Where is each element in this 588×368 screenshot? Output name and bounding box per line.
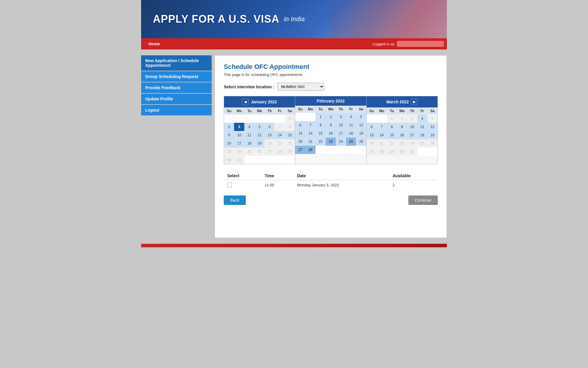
day-th: Th [336,106,346,113]
cal-cell-feb-9[interactable]: 9 [326,121,336,129]
cal-cell-mar-6[interactable]: 6 [367,123,377,131]
cal-cell [326,146,336,154]
cal-cell-feb-22[interactable]: 22 [315,137,325,146]
table-row: 11:00 Monday January 3, 2022 2 [224,180,438,190]
cal-cell-feb-19[interactable]: 19 [356,129,366,137]
cal-cell-jan-19[interactable]: 19 [254,139,264,147]
cal-cell-mar-9[interactable]: 9 [397,123,407,131]
select-checkbox[interactable] [227,183,232,187]
cal-cell-feb-26[interactable]: 26 [356,137,366,146]
cal-cell-jan-5[interactable]: 5 [254,123,264,131]
cal-cell-feb-21[interactable]: 21 [305,137,315,146]
cal-cell: 25 [417,139,427,147]
cal-cell-mar-14[interactable]: 14 [377,131,387,139]
cal-cell-jan-17[interactable]: 17 [234,139,244,147]
day-mo: Mo [377,107,387,115]
day-th: Th [265,107,275,115]
cal-header-february: February 2022 [295,96,366,106]
cal-cell-feb-16[interactable]: 16 [326,129,336,137]
cal-cell: 22 [285,139,295,147]
cal-cell-feb-17[interactable]: 17 [336,129,346,137]
sidebar-item-logout[interactable]: Logout [141,105,212,115]
home-nav-item[interactable]: Home [144,42,164,46]
cal-cell-feb-14[interactable]: 14 [305,129,315,137]
cal-cell [234,115,244,123]
calendars-row: ◀ January 2022 Su Mo Tu We Th Fr Sa [224,96,437,164]
col-date: Date [293,172,389,180]
location-select[interactable]: MUMBAI VAC DELHI VAC CHENNAI VAC HYDERAB… [277,83,324,91]
cal-cell-jan-14[interactable]: 14 [275,131,285,139]
cal-cell-feb-8[interactable]: 8 [315,121,325,129]
cal-grid-feb: 1 2 3 4 5 6 7 8 9 10 11 12 [295,113,366,154]
cal-cell-jan-4[interactable]: 4 [244,123,254,131]
cal-cell-mar-12[interactable]: 12 [427,123,437,131]
cal-cell-mar-19[interactable]: 19 [427,131,437,139]
cal-cell [275,156,285,164]
cal-cell-feb-24[interactable]: 24 [336,137,346,146]
sidebar-item-group-scheduling[interactable]: Group Scheduling Request [141,71,212,82]
cal-cell-jan-2[interactable]: 2 [224,123,234,131]
cal-days-mar: Su Mo Tu We Th Fr Sa [367,107,437,115]
cal-cell-jan-12[interactable]: 12 [254,131,264,139]
cal-cell-jan-10[interactable]: 10 [234,131,244,139]
sidebar-item-new-application[interactable]: New Application / Schedule Appointment [141,55,212,71]
cal-cell: 29 [285,147,295,156]
continue-button[interactable]: Continue [408,195,438,205]
cal-cell [367,115,377,123]
cal-cell-feb-28[interactable]: 28 [305,146,315,154]
cal-cell-feb-12[interactable]: 12 [356,121,366,129]
cal-cell-jan-15[interactable]: 15 [285,131,295,139]
cal-cell-jan-6[interactable]: 6 [265,123,275,131]
day-tu: Tu [387,107,397,115]
cal-cell-feb-13[interactable]: 13 [295,129,305,137]
cal-cell-feb-20[interactable]: 20 [295,137,305,146]
cal-cell-mar-13[interactable]: 13 [367,131,377,139]
cal-cell-feb-2[interactable]: 2 [326,113,336,121]
cal-cell-jan-11[interactable]: 11 [244,131,254,139]
cal-cell [305,113,315,121]
cal-cell [295,113,305,121]
cal-cell [265,115,275,123]
cal-cell-feb-7[interactable]: 7 [305,121,315,129]
cal-cell-jan-3[interactable]: 3 [234,123,244,131]
cal-cell-feb-1[interactable]: 1 [315,113,325,121]
cal-cell-jan-9[interactable]: 9 [224,131,234,139]
cal-prev-btn[interactable]: ◀ [242,99,248,105]
cal-cell-jan-16[interactable]: 16 [224,139,234,147]
cal-cell [346,146,356,154]
cal-cell-mar-18[interactable]: 18 [417,131,427,139]
cal-cell-feb-10[interactable]: 10 [336,121,346,129]
cal-cell-mar-11[interactable]: 11 [417,123,427,131]
day-sa: Sa [356,106,366,113]
cal-cell-feb-4[interactable]: 4 [346,113,356,121]
cal-cell [265,156,275,164]
cal-cell-feb-3[interactable]: 3 [336,113,346,121]
cal-cell [377,115,387,123]
sidebar-item-update-profile[interactable]: Update Profile [141,94,212,104]
cal-cell-jan-13[interactable]: 13 [265,131,275,139]
cal-cell-feb-18[interactable]: 18 [346,129,356,137]
cal-cell-mar-15[interactable]: 15 [387,131,397,139]
cal-cell-feb-15[interactable]: 15 [315,129,325,137]
cal-cell-jan-18[interactable]: 18 [244,139,254,147]
cal-next-btn[interactable]: ▶ [411,99,417,105]
cal-cell-mar-16[interactable]: 16 [397,131,407,139]
cal-cell-mar-4[interactable]: 4 [417,115,427,123]
cal-cell-mar-7[interactable]: 7 [377,123,387,131]
cal-cell-feb-11[interactable]: 11 [346,121,356,129]
cal-cell-feb-25[interactable]: 25 [346,137,356,146]
day-we: We [397,107,407,115]
cal-cell-mar-10[interactable]: 10 [407,123,417,131]
cal-cell-mar-8[interactable]: 8 [387,123,397,131]
cal-cell: 3 [407,115,417,123]
content-area: Schedule OFC Appointment This page is fo… [215,55,447,238]
cal-cell-feb-23[interactable]: 23 [326,137,336,146]
cal-cell-feb-27[interactable]: 27 [295,146,305,154]
back-button[interactable]: Back [224,195,246,205]
sidebar-item-provide-feedback[interactable]: Provide Feedback [141,82,212,93]
button-row: Back Continue [224,195,438,205]
cal-cell-feb-5[interactable]: 5 [356,113,366,121]
appointment-table: Select Time Date Available 11:00 Monday … [224,172,438,190]
cal-cell-mar-17[interactable]: 17 [407,131,417,139]
cal-cell-feb-6[interactable]: 6 [295,121,305,129]
